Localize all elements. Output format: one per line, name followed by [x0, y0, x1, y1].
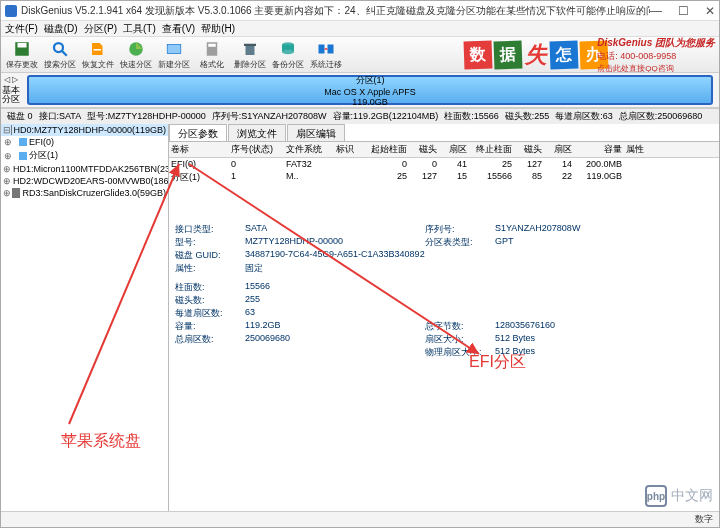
td — [624, 158, 654, 170]
th[interactable]: 容量 — [574, 142, 624, 157]
detail-value: 15566 — [245, 281, 425, 294]
th[interactable]: 磁头 — [514, 142, 544, 157]
window-title: DiskGenius V5.2.1.941 x64 发现新版本 V5.3.0.1… — [21, 4, 650, 18]
recover-file-button[interactable]: 恢复文件 — [79, 38, 117, 72]
th[interactable]: 扇区 — [439, 142, 469, 157]
th[interactable]: 序号(状态) — [229, 142, 284, 157]
tree-label: EFI(0) — [29, 137, 54, 147]
disk-details: 接口类型:SATA序列号:S1YANZAH207808W 型号:MZ7TY128… — [169, 221, 719, 361]
td: 85 — [514, 170, 544, 185]
new-partition-button[interactable]: 新建分区 — [155, 38, 193, 72]
format-button[interactable]: 格式化 — [193, 38, 231, 72]
diskinfo-spt: 每道扇区数:63 — [555, 110, 613, 123]
th[interactable]: 文件系统 — [284, 142, 334, 157]
migrate-button[interactable]: 系统迁移 — [307, 38, 345, 72]
detail-label: 序列号: — [425, 223, 495, 236]
tree-part-1[interactable]: ⊕分区(1) — [1, 148, 168, 163]
td: 1 — [229, 170, 284, 185]
svg-rect-8 — [208, 43, 216, 46]
nav-arrows[interactable]: ◁ ▷ — [4, 75, 18, 84]
td: 15 — [439, 170, 469, 185]
th[interactable]: 起始柱面 — [364, 142, 409, 157]
menu-view[interactable]: 查看(V) — [162, 22, 195, 36]
menu-partition[interactable]: 分区(P) — [84, 22, 117, 36]
tab-sector-edit[interactable]: 扇区编辑 — [287, 124, 345, 141]
tree-collapse-icon[interactable]: ⊟ — [3, 125, 11, 135]
tab-browse-files[interactable]: 浏览文件 — [228, 124, 286, 141]
svg-rect-14 — [319, 44, 325, 53]
tree-label: HD0:MZ7TY128HDHP-00000(119GB) — [13, 125, 166, 135]
detail-label: 容量: — [175, 320, 245, 333]
partition-title: 分区(1) — [356, 74, 385, 87]
brand-tel: 电话: 400-008-9958 — [597, 50, 676, 63]
delete-partition-button[interactable]: 删除分区 — [231, 38, 269, 72]
tree-disk-2[interactable]: ⊕HD2:WDCWD20EARS-00MVWB0(1863GB) — [1, 175, 168, 187]
disk-info-bar: 磁盘 0 接口:SATA 型号:MZ7TY128HDHP-00000 序列号:S… — [1, 108, 719, 124]
banner: 数 据 失 怎 办 — [463, 37, 609, 73]
detail-label: 磁盘 GUID: — [175, 249, 245, 262]
td — [334, 170, 364, 185]
watermark-text: 中文网 — [671, 487, 713, 505]
td: M.. — [284, 170, 334, 185]
tree-label: HD1:Micron1100MTFDDAK256TBN(238GB) — [13, 164, 169, 174]
th[interactable]: 扇区 — [544, 142, 574, 157]
partition-table: 卷标 序号(状态) 文件系统 标识 起始柱面 磁头 扇区 终止柱面 磁头 扇区 … — [169, 142, 719, 185]
svg-point-13 — [282, 49, 294, 54]
td: 22 — [544, 170, 574, 185]
td: 15566 — [469, 170, 514, 185]
content-tabs: 分区参数 浏览文件 扇区编辑 — [169, 124, 719, 142]
disk-tree[interactable]: ⊟HD0:MZ7TY128HDHP-00000(119GB) ⊕EFI(0) ⊕… — [1, 124, 169, 514]
tree-label: 分区(1) — [29, 149, 58, 162]
detail-label: 型号: — [175, 236, 245, 249]
table-row[interactable]: EFI(0)0FAT3200412512714200.0MB — [169, 158, 719, 170]
td: 14 — [544, 158, 574, 170]
app-icon — [5, 5, 17, 17]
td: 200.0MB — [574, 158, 624, 170]
minimize-button[interactable]: — — [650, 4, 662, 18]
search-partition-button[interactable]: 搜索分区 — [41, 38, 79, 72]
svg-rect-9 — [246, 46, 255, 55]
tree-label: RD3:SanDiskCruzerGlide3.0(59GB) — [22, 188, 166, 198]
close-button[interactable]: ✕ — [705, 4, 715, 18]
disk-bar-wrap: ◁ ▷ 基本分区 分区(1) Mac OS X Apple APFS 119.0… — [1, 73, 719, 108]
th[interactable]: 标识 — [334, 142, 364, 157]
detail-label: 接口类型: — [175, 223, 245, 236]
detail-value: GPT — [495, 236, 675, 249]
menu-file[interactable]: 文件(F) — [5, 22, 38, 36]
menu-tool[interactable]: 工具(T) — [123, 22, 156, 36]
tree-disk-3[interactable]: ⊕RD3:SanDiskCruzerGlide3.0(59GB) — [1, 187, 168, 199]
detail-value: 128035676160 — [495, 320, 675, 333]
td: FAT32 — [284, 158, 334, 170]
tree-disk-0[interactable]: ⊟HD0:MZ7TY128HDHP-00000(119GB) — [1, 124, 168, 136]
svg-rect-1 — [18, 43, 27, 48]
tree-part-efi[interactable]: ⊕EFI(0) — [1, 136, 168, 148]
detail-value: 250069680 — [245, 333, 425, 346]
menu-disk[interactable]: 磁盘(D) — [44, 22, 78, 36]
th[interactable]: 属性 — [624, 142, 654, 157]
td: 119.0GB — [574, 170, 624, 185]
save-button[interactable]: 保存更改 — [3, 38, 41, 72]
table-row[interactable]: 分区(1)1M..2512715155668522119.0GB — [169, 170, 719, 185]
detail-label: 物理扇区大小: — [425, 346, 495, 359]
diskinfo-cap: 容量:119.2GB(122104MB) — [333, 110, 439, 123]
maximize-button[interactable]: ☐ — [678, 4, 689, 18]
brand-qq[interactable]: 点击此处直接QQ咨询 — [597, 63, 673, 73]
table-header: 卷标 序号(状态) 文件系统 标识 起始柱面 磁头 扇区 终止柱面 磁头 扇区 … — [169, 142, 719, 158]
brand-info: DiskGenius 团队为您服务 电话: 400-008-9958 点击此处直… — [597, 37, 715, 73]
detail-value: MZ7TY128HDHP-00000 — [245, 236, 425, 249]
partition-box[interactable]: 分区(1) Mac OS X Apple APFS 119.0GB — [27, 75, 713, 105]
tree-disk-1[interactable]: ⊕HD1:Micron1100MTFDDAK256TBN(238GB) — [1, 163, 168, 175]
th[interactable]: 终止柱面 — [469, 142, 514, 157]
title-bar: DiskGenius V5.2.1.941 x64 发现新版本 V5.3.0.1… — [1, 1, 719, 21]
diskinfo-heads: 磁头数:255 — [505, 110, 550, 123]
detail-value: 512 Bytes — [495, 346, 675, 359]
diskinfo-iface: 接口:SATA — [39, 110, 82, 123]
th[interactable]: 卷标 — [169, 142, 229, 157]
quick-partition-button[interactable]: 快速分区 — [117, 38, 155, 72]
svg-line-3 — [62, 51, 67, 56]
toolbar: 保存更改 搜索分区 恢复文件 快速分区 新建分区 格式化 删除分区 备份分区 系… — [1, 37, 719, 73]
backup-partition-button[interactable]: 备份分区 — [269, 38, 307, 72]
th[interactable]: 磁头 — [409, 142, 439, 157]
tab-partition-params[interactable]: 分区参数 — [169, 124, 227, 141]
menu-help[interactable]: 帮助(H) — [201, 22, 235, 36]
